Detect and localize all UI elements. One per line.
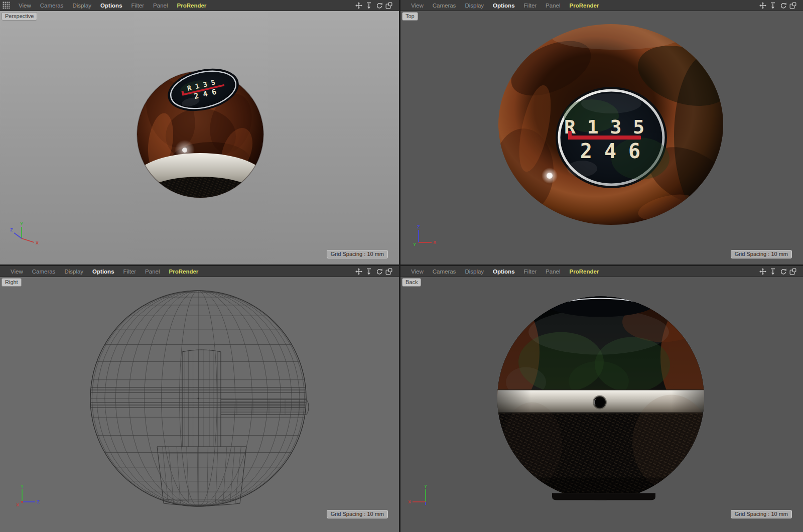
- svg-text:Y: Y: [424, 484, 427, 489]
- menu-prorender[interactable]: ProRender: [173, 3, 211, 9]
- pan-view-icon[interactable]: [355, 2, 362, 9]
- menu-panel[interactable]: Panel: [149, 3, 172, 9]
- menu-cameras[interactable]: Cameras: [28, 269, 60, 275]
- toggle-viewport-icon[interactable]: [385, 268, 392, 275]
- menu-view[interactable]: View: [6, 269, 28, 275]
- perspective-view-canvas[interactable]: R 1 3 5 2 4 6 Perspective Y X Z Grid Spa…: [0, 11, 399, 264]
- axis-gizmo: Z X Y: [407, 222, 440, 251]
- grid-spacing-label: Grid Spacing : 10 mm: [327, 510, 388, 518]
- top-menubar: View Cameras Display Options Filter Pane…: [400, 0, 803, 11]
- pan-view-icon[interactable]: [355, 268, 362, 275]
- svg-text:Z: Z: [37, 499, 40, 504]
- gear-knob-back-render: [400, 277, 803, 532]
- menu-display[interactable]: Display: [460, 3, 488, 9]
- grid-spacing-label: Grid Spacing : 10 mm: [731, 250, 792, 258]
- axis-gizmo: Y X Z: [8, 220, 41, 249]
- menu-options[interactable]: Options: [96, 3, 126, 9]
- rotate-view-icon[interactable]: [779, 268, 786, 275]
- toggle-viewport-icon[interactable]: [789, 268, 796, 275]
- menu-prorender[interactable]: ProRender: [165, 269, 203, 275]
- pan-view-icon[interactable]: [759, 2, 766, 9]
- menu-options[interactable]: Options: [488, 269, 519, 275]
- top-view-canvas[interactable]: R 1 3 5 2 4 6 Top Z X Y Grid Spacing : 1…: [400, 11, 803, 264]
- svg-text:R 1 3 5: R 1 3 5: [564, 116, 644, 138]
- svg-text:Y: Y: [20, 221, 23, 226]
- axis-gizmo: Y X: [406, 482, 439, 511]
- menu-view[interactable]: View: [14, 3, 36, 9]
- svg-text:X: X: [408, 499, 411, 504]
- svg-text:Z: Z: [417, 224, 420, 229]
- grid-spacing-label: Grid Spacing : 10 mm: [731, 510, 792, 518]
- menu-panel[interactable]: Panel: [541, 3, 565, 9]
- axis-gizmo: Y Z X: [10, 482, 43, 511]
- menu-filter[interactable]: Filter: [519, 3, 542, 9]
- dolly-zoom-icon[interactable]: [769, 2, 776, 9]
- menu-display[interactable]: Display: [68, 3, 96, 9]
- menu-filter[interactable]: Filter: [127, 3, 149, 9]
- viewport-name-label: Back: [402, 278, 421, 287]
- viewport-name-label: Perspective: [2, 12, 37, 21]
- viewport-name-label: Top: [402, 12, 418, 21]
- grid-spacing-label: Grid Spacing : 10 mm: [327, 250, 388, 258]
- viewport-perspective: View Cameras Display Options Filter Pane…: [0, 0, 399, 264]
- menu-prorender[interactable]: ProRender: [565, 269, 604, 275]
- grid-dots-icon[interactable]: [3, 2, 10, 9]
- application-window: View Cameras Display Options Filter Pane…: [0, 0, 803, 532]
- menu-view[interactable]: View: [407, 269, 428, 275]
- svg-text:Y: Y: [413, 242, 416, 247]
- svg-text:Z: Z: [10, 227, 13, 232]
- menu-filter[interactable]: Filter: [119, 269, 141, 275]
- svg-text:X: X: [16, 502, 19, 507]
- viewport-top: View Cameras Display Options Filter Pane…: [400, 0, 803, 264]
- rotate-view-icon[interactable]: [375, 2, 382, 9]
- menu-cameras[interactable]: Cameras: [428, 269, 461, 275]
- back-view-canvas[interactable]: Back Y X Grid Spacing : 10 mm: [400, 277, 803, 532]
- gear-knob-wireframe: [0, 277, 399, 532]
- viewport-back: View Cameras Display Options Filter Pane…: [400, 266, 803, 532]
- pan-view-icon[interactable]: [759, 268, 766, 275]
- menu-panel[interactable]: Panel: [541, 269, 565, 275]
- menu-panel[interactable]: Panel: [141, 269, 164, 275]
- svg-text:Y: Y: [21, 484, 24, 489]
- menu-filter[interactable]: Filter: [519, 269, 542, 275]
- dolly-zoom-icon[interactable]: [365, 2, 372, 9]
- menu-view[interactable]: View: [407, 3, 428, 9]
- menu-prorender[interactable]: ProRender: [565, 3, 604, 9]
- right-view-canvas[interactable]: Right Y Z X Grid Spacing : 10 mm: [0, 277, 399, 532]
- perspective-menubar: View Cameras Display Options Filter Pane…: [0, 0, 399, 11]
- menu-options[interactable]: Options: [488, 3, 519, 9]
- gear-knob-perspective-render: R 1 3 5 2 4 6: [0, 11, 399, 264]
- viewport-name-label: Right: [2, 278, 22, 287]
- svg-text:2 4 6: 2 4 6: [580, 140, 640, 163]
- dolly-zoom-icon[interactable]: [365, 268, 372, 275]
- menu-cameras[interactable]: Cameras: [428, 3, 461, 9]
- rotate-view-icon[interactable]: [779, 2, 786, 9]
- dolly-zoom-icon[interactable]: [769, 268, 776, 275]
- menu-options[interactable]: Options: [88, 269, 118, 275]
- menu-display[interactable]: Display: [460, 269, 488, 275]
- right-menubar: View Cameras Display Options Filter Pane…: [0, 266, 399, 277]
- rotate-view-icon[interactable]: [375, 268, 382, 275]
- menu-cameras[interactable]: Cameras: [36, 3, 68, 9]
- gear-knob-top-render: R 1 3 5 2 4 6: [400, 11, 803, 264]
- svg-text:X: X: [433, 240, 436, 245]
- toggle-viewport-icon[interactable]: [385, 2, 392, 9]
- svg-text:X: X: [36, 240, 39, 245]
- back-menubar: View Cameras Display Options Filter Pane…: [400, 266, 803, 277]
- toggle-viewport-icon[interactable]: [789, 2, 796, 9]
- viewport-right: View Cameras Display Options Filter Pane…: [0, 266, 399, 532]
- menu-display[interactable]: Display: [60, 269, 88, 275]
